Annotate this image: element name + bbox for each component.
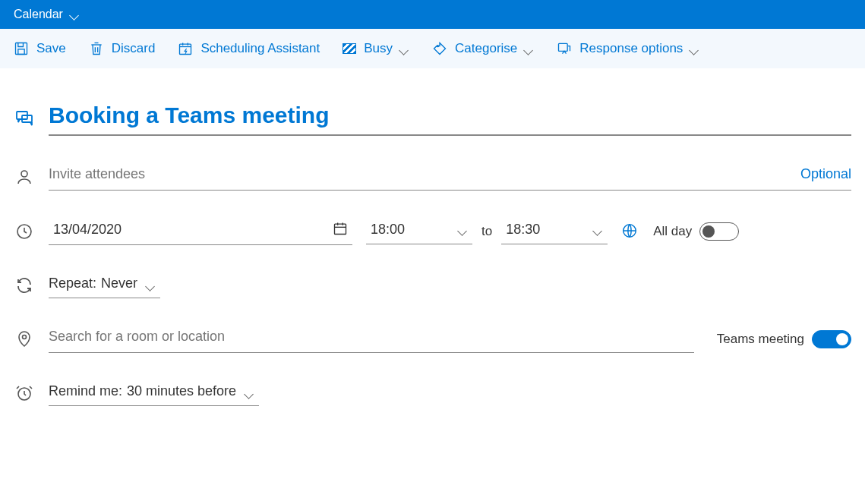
chevron-down-icon xyxy=(525,44,534,53)
alarm-icon xyxy=(14,384,35,402)
titlebar: Calendar xyxy=(0,0,865,29)
remind-value: 30 minutes before xyxy=(127,383,236,399)
repeat-icon xyxy=(14,276,35,295)
teams-meeting-toggle[interactable] xyxy=(812,330,851,348)
attendees-field[interactable]: Optional xyxy=(49,163,851,191)
chevron-down-icon xyxy=(690,44,699,53)
start-time-value: 18:00 xyxy=(371,222,405,238)
date-picker[interactable]: 13/04/2020 xyxy=(49,218,352,245)
tag-icon xyxy=(432,41,447,56)
datetime-row: 13/04/2020 18:00 to 18:30 xyxy=(14,218,851,245)
busy-label: Busy xyxy=(364,41,393,56)
location-icon xyxy=(14,330,35,348)
response-icon xyxy=(557,41,572,56)
save-button[interactable]: Save xyxy=(14,41,66,56)
attendees-input[interactable] xyxy=(49,166,800,182)
event-form: Optional 13/04/2020 18:00 xyxy=(0,69,865,421)
toolbar: Save Discard Scheduling Assistant Busy xyxy=(0,29,865,69)
calendar-bolt-icon xyxy=(178,41,193,56)
svg-rect-9 xyxy=(335,224,346,234)
all-day-label: All day xyxy=(653,224,692,239)
titlebar-label[interactable]: Calendar xyxy=(14,8,63,21)
chevron-down-icon[interactable] xyxy=(71,10,80,19)
calendar-icon xyxy=(333,221,348,238)
busy-icon xyxy=(343,43,356,54)
attendees-row: Optional xyxy=(14,163,851,191)
scheduling-assistant-button[interactable]: Scheduling Assistant xyxy=(178,41,320,56)
person-icon xyxy=(14,168,35,186)
repeat-label: Repeat: xyxy=(49,276,96,291)
response-label: Response options xyxy=(579,41,683,56)
svg-point-7 xyxy=(21,171,27,177)
busy-dropdown[interactable]: Busy xyxy=(343,41,409,56)
remind-row: Remind me: 30 minutes before xyxy=(14,380,851,406)
response-options-dropdown[interactable]: Response options xyxy=(557,41,699,56)
chevron-down-icon xyxy=(400,44,409,53)
svg-point-11 xyxy=(23,335,27,339)
end-time-picker[interactable]: 18:30 xyxy=(501,219,608,244)
optional-link[interactable]: Optional xyxy=(800,166,851,182)
teams-meeting-label: Teams meeting xyxy=(717,332,804,347)
reminder-dropdown[interactable]: Remind me: 30 minutes before xyxy=(49,380,259,406)
repeat-value: Never xyxy=(101,276,137,291)
location-input[interactable] xyxy=(49,329,694,345)
categorise-label: Categorise xyxy=(455,41,517,56)
svg-rect-1 xyxy=(18,49,24,55)
clock-icon xyxy=(14,222,35,241)
title-row xyxy=(14,99,851,136)
discard-label: Discard xyxy=(112,41,156,56)
chevron-down-icon xyxy=(245,387,254,396)
event-title-input[interactable] xyxy=(49,99,851,136)
categorise-dropdown[interactable]: Categorise xyxy=(432,41,534,56)
to-label: to xyxy=(481,224,492,239)
chat-icon xyxy=(14,109,35,127)
save-icon xyxy=(14,41,29,56)
chevron-down-icon xyxy=(459,225,468,235)
chevron-down-icon xyxy=(147,279,156,288)
trash-icon xyxy=(89,41,104,56)
scheduling-label: Scheduling Assistant xyxy=(200,41,320,56)
start-time-picker[interactable]: 18:00 xyxy=(366,219,472,244)
save-label: Save xyxy=(36,41,66,56)
chevron-down-icon xyxy=(594,225,603,235)
svg-rect-4 xyxy=(559,43,568,51)
timezone-icon[interactable] xyxy=(621,222,638,241)
all-day-toggle[interactable] xyxy=(699,222,739,241)
repeat-dropdown[interactable]: Repeat: Never xyxy=(49,272,160,298)
remind-label: Remind me: xyxy=(49,383,122,399)
svg-rect-0 xyxy=(16,43,27,55)
date-value: 13/04/2020 xyxy=(53,222,122,238)
repeat-row: Repeat: Never xyxy=(14,272,851,298)
discard-button[interactable]: Discard xyxy=(89,41,156,56)
location-field[interactable] xyxy=(49,326,694,353)
location-row: Teams meeting xyxy=(14,326,851,353)
end-time-value: 18:30 xyxy=(506,222,540,238)
